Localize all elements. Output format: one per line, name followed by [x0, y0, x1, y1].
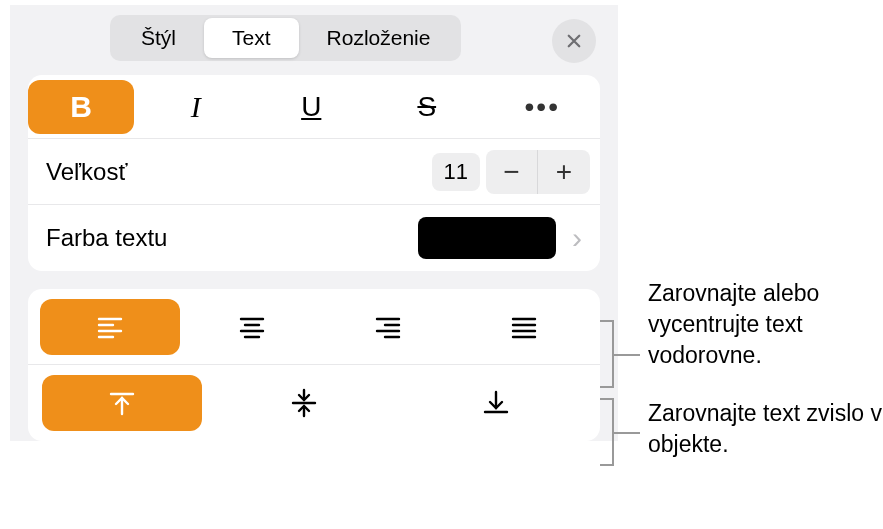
text-color-row[interactable]: Farba textu › [28, 205, 600, 271]
format-row: B I U S ••• [28, 75, 600, 139]
strikethrough-button[interactable]: S [369, 75, 485, 138]
align-left-icon [95, 312, 125, 342]
italic-icon: I [191, 90, 201, 124]
callout-horizontal-align: Zarovnajte alebo vycentrujte text vodoro… [648, 278, 883, 371]
underline-icon: U [301, 91, 321, 123]
close-icon [565, 32, 583, 50]
size-control: 11 − + [432, 150, 590, 194]
align-center-icon [237, 312, 267, 342]
bold-button[interactable]: B [28, 80, 134, 134]
size-increment[interactable]: + [538, 150, 590, 194]
tab-bar: Štýl Text Rozloženie [10, 5, 618, 75]
bracket-horizontal [600, 320, 614, 388]
underline-button[interactable]: U [254, 75, 370, 138]
align-left-button[interactable] [40, 299, 180, 355]
strikethrough-icon: S [417, 91, 436, 123]
more-button[interactable]: ••• [485, 75, 601, 138]
more-icon: ••• [525, 91, 560, 123]
align-right-icon [373, 312, 403, 342]
italic-button[interactable]: I [138, 75, 254, 138]
align-justify-button[interactable] [460, 299, 588, 355]
valign-bottom-button[interactable] [406, 375, 586, 431]
size-label: Veľkosť [46, 158, 432, 186]
chevron-right-icon: › [556, 221, 600, 255]
bold-icon: B [70, 90, 92, 124]
text-style-section: B I U S ••• Veľkosť 11 − + Farba textu › [28, 75, 600, 271]
valign-middle-icon [289, 388, 319, 418]
text-color-swatch[interactable] [418, 217, 556, 259]
vertical-alignment-row [28, 365, 600, 441]
tab-style[interactable]: Štýl [113, 18, 204, 58]
size-value[interactable]: 11 [432, 153, 480, 191]
valign-top-icon [107, 388, 137, 418]
alignment-section [28, 289, 600, 441]
callout-vertical-align: Zarovnajte text zvislo v objekte. [648, 398, 883, 460]
size-row: Veľkosť 11 − + [28, 139, 600, 205]
segmented-control: Štýl Text Rozloženie [110, 15, 461, 61]
format-panel: Štýl Text Rozloženie B I U S ••• Veľkosť… [10, 5, 618, 441]
size-stepper: − + [486, 150, 590, 194]
align-justify-icon [509, 312, 539, 342]
close-button[interactable] [552, 19, 596, 63]
text-color-label: Farba textu [46, 224, 418, 252]
tab-text[interactable]: Text [204, 18, 299, 58]
size-decrement[interactable]: − [486, 150, 538, 194]
valign-middle-button[interactable] [214, 375, 394, 431]
bracket-vertical [600, 398, 614, 466]
valign-top-button[interactable] [42, 375, 202, 431]
tab-layout[interactable]: Rozloženie [299, 18, 459, 58]
align-right-button[interactable] [324, 299, 452, 355]
valign-bottom-icon [481, 388, 511, 418]
align-center-button[interactable] [188, 299, 316, 355]
horizontal-alignment-row [28, 289, 600, 365]
